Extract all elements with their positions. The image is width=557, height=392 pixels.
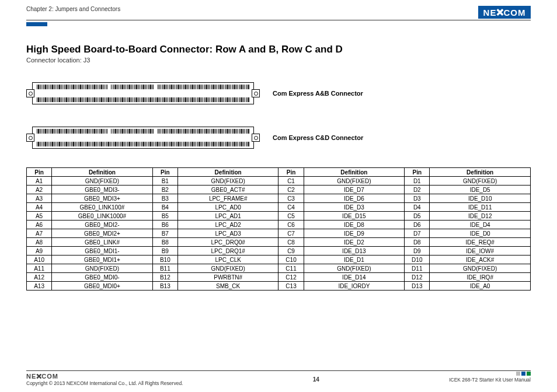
table-cell: IDE_D2	[304, 238, 405, 247]
table-cell: IDE_D13	[304, 247, 405, 256]
table-cell: D4	[405, 203, 430, 212]
table-row: A9GBE0_MDI1-B9LPC_DRQ1#C9IDE_D13D9IDE_IO…	[27, 247, 531, 256]
page-title: High Speed Board-to-Board Connector: Row…	[26, 44, 531, 55]
table-cell: IDE_D1	[304, 256, 405, 264]
table-cell: A10	[27, 256, 52, 264]
table-cell: GBE0_MDI0+	[52, 282, 153, 290]
table-header-cell: Definition	[52, 168, 153, 177]
table-cell: IDE_D12	[430, 212, 531, 220]
table-cell: D2	[405, 186, 430, 194]
table-cell: GND(FIXED)	[52, 177, 153, 186]
table-cell: C3	[278, 194, 304, 203]
table-cell: IDE_D3	[304, 203, 405, 212]
table-cell: IDE_D15	[304, 212, 405, 220]
table-cell: LPC_AD1	[177, 212, 278, 220]
table-row: A11GND(FIXED)B11GND(FIXED)C11GND(FIXED)D…	[27, 264, 531, 273]
table-cell: B8	[152, 238, 177, 247]
table-cell: C13	[278, 282, 304, 290]
table-row: A10GBE0_MDI1+B10LPC_CLKC10IDE_D1D10IDE_A…	[27, 256, 531, 264]
table-cell: GBE0_MDI3+	[52, 194, 153, 203]
table-cell: C2	[278, 186, 304, 194]
table-cell: IDE_ACK#	[430, 256, 531, 264]
table-cell: GBE0_MDI2-	[52, 220, 153, 229]
table-cell: LPC_CLK	[177, 256, 278, 264]
header-divider	[26, 20, 531, 20]
table-cell: A4	[27, 203, 52, 212]
table-cell: IDE_D8	[304, 220, 405, 229]
table-row: A5GBE0_LINK1000#B5LPC_AD1C5IDE_D15D5IDE_…	[27, 212, 531, 220]
table-cell: IDE_A0	[430, 282, 531, 290]
table-cell: GBE0_MDI3-	[52, 186, 153, 194]
table-cell: C8	[278, 238, 304, 247]
table-cell: LPC_DRQ1#	[177, 247, 278, 256]
table-header-cell: Pin	[405, 168, 430, 177]
table-cell: LPC_DRQ0#	[177, 238, 278, 247]
table-cell: B7	[152, 229, 177, 238]
table-cell: GND(FIXED)	[430, 177, 531, 186]
connector-cd-label: Com Express C&D Connector	[273, 134, 363, 141]
table-cell: C10	[278, 256, 304, 264]
footer-divider	[26, 370, 531, 371]
table-cell: C4	[278, 203, 304, 212]
table-cell: D8	[405, 238, 430, 247]
table-row: A4GBE0_LINK100#B4LPC_AD0C4IDE_D3D4IDE_D1…	[27, 203, 531, 212]
table-cell: A1	[27, 177, 52, 186]
table-cell: B4	[152, 203, 177, 212]
manual-name: ICEK 268-T2 Starter Kit User Manual	[449, 377, 531, 383]
table-cell: IDE_D14	[304, 273, 405, 282]
table-cell: IDE_REQ#	[430, 238, 531, 247]
chapter-label: Chapter 2: Jumpers and Connectors	[26, 6, 120, 12]
table-cell: IDE_D6	[304, 194, 405, 203]
table-cell: B11	[152, 264, 177, 273]
table-cell: IDE_D5	[430, 186, 531, 194]
table-cell: IDE_D7	[304, 186, 405, 194]
table-row: A3GBE0_MDI3+B3LPC_FRAME#C3IDE_D6D3IDE_D1…	[27, 194, 531, 203]
table-cell: A3	[27, 194, 52, 203]
table-cell: D11	[405, 264, 430, 273]
accent-bar	[26, 22, 47, 26]
table-row: A13GBE0_MDI0+B13SMB_CKC13IDE_IORDYD13IDE…	[27, 282, 531, 290]
table-header-cell: Definition	[430, 168, 531, 177]
table-cell: C1	[278, 177, 304, 186]
connector-diagram-cd	[26, 123, 260, 152]
table-cell: IDE_D10	[430, 194, 531, 203]
table-row: A6GBE0_MDI2-B6LPC_AD2C6IDE_D8D6IDE_D4	[27, 220, 531, 229]
table-cell: LPC_AD2	[177, 220, 278, 229]
table-header-cell: Pin	[278, 168, 304, 177]
table-cell: B5	[152, 212, 177, 220]
table-cell: GBE0_MDI1-	[52, 247, 153, 256]
table-cell: C6	[278, 220, 304, 229]
table-cell: A13	[27, 282, 52, 290]
table-cell: D6	[405, 220, 430, 229]
table-cell: GBE0_LINK100#	[52, 203, 153, 212]
table-row: A8GBE0_LINK#B8LPC_DRQ0#C8IDE_D2D8IDE_REQ…	[27, 238, 531, 247]
table-cell: D13	[405, 282, 430, 290]
table-cell: IDE_D9	[304, 229, 405, 238]
table-cell: C12	[278, 273, 304, 282]
table-cell: LPC_FRAME#	[177, 194, 278, 203]
table-cell: A9	[27, 247, 52, 256]
table-cell: C5	[278, 212, 304, 220]
table-header-cell: Definition	[177, 168, 278, 177]
table-cell: GND(FIXED)	[52, 264, 153, 273]
table-cell: B3	[152, 194, 177, 203]
table-cell: A7	[27, 229, 52, 238]
table-cell: D3	[405, 194, 430, 203]
table-cell: D5	[405, 212, 430, 220]
table-cell: D7	[405, 229, 430, 238]
table-row: A1GND(FIXED)B1GND(FIXED)C1GND(FIXED)D1GN…	[27, 177, 531, 186]
table-cell: D12	[405, 273, 430, 282]
table-header-cell: Definition	[304, 168, 405, 177]
table-cell: LPC_AD3	[177, 229, 278, 238]
table-cell: D9	[405, 247, 430, 256]
table-cell: IDE_D4	[430, 220, 531, 229]
table-cell: GND(FIXED)	[304, 264, 405, 273]
table-cell: B2	[152, 186, 177, 194]
connector-diagram-ab	[26, 79, 260, 108]
table-row: A2GBE0_MDI3-B2GBE0_ACT#C2IDE_D7D2IDE_D5	[27, 186, 531, 194]
table-cell: A8	[27, 238, 52, 247]
table-cell: IDE_IRQ#	[430, 273, 531, 282]
table-cell: LPC_AD0	[177, 203, 278, 212]
connector-location: Connector location: J3	[26, 57, 531, 64]
table-cell: A5	[27, 212, 52, 220]
